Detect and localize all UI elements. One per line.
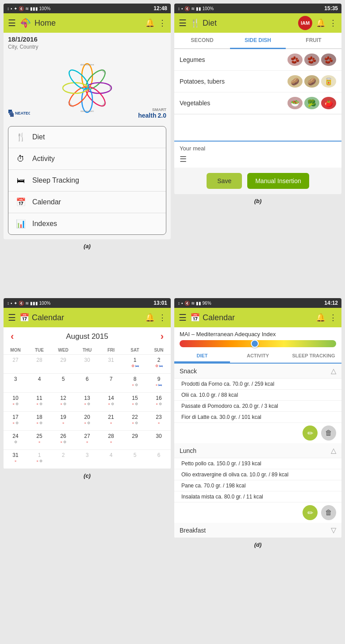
- battery-pct-c: 100%: [39, 301, 51, 306]
- cal-day[interactable]: 4: [27, 374, 51, 392]
- snack-edit-button[interactable]: ✏: [303, 426, 318, 441]
- hamburger-icon-b[interactable]: ☰: [179, 18, 187, 28]
- cal-day[interactable]: 12×⚙: [51, 393, 75, 411]
- potatoes-name: Potatoes, tubers: [180, 78, 284, 85]
- cal-day[interactable]: 19×: [51, 412, 75, 430]
- legumes-img-1: 🫘: [288, 54, 303, 66]
- cal-day[interactable]: 11×⚙: [27, 393, 51, 411]
- snack-item-1: Prodotti da Forno ca. 70.0 gr. / 259 kca…: [174, 379, 341, 390]
- menu-item-calendar[interactable]: 📅 Calendar: [8, 192, 166, 213]
- menu-item-diet[interactable]: 🍴 Diet: [8, 126, 166, 148]
- cal-day[interactable]: 18×⚙: [27, 412, 51, 430]
- more-icon-b[interactable]: ⋮: [329, 18, 337, 28]
- more-icon-c[interactable]: ⋮: [158, 313, 166, 322]
- hamburger-icon-c[interactable]: ☰: [8, 312, 16, 323]
- cal-day[interactable]: 28: [27, 355, 51, 373]
- cal-day[interactable]: 26×⚙: [51, 431, 75, 449]
- cal-day[interactable]: 3: [4, 374, 27, 392]
- bluetooth-icon-c: ✦: [14, 301, 17, 306]
- menu-item-activity[interactable]: ⏱ Activity: [8, 148, 166, 170]
- cal-day[interactable]: 17×⚙: [4, 412, 27, 430]
- vegetables-name: Vegetables: [180, 100, 284, 107]
- cal-day[interactable]: 20×⚙: [75, 412, 99, 430]
- cal-day[interactable]: 31: [99, 355, 123, 373]
- bell-icon-a[interactable]: 🔔: [145, 18, 155, 28]
- snack-item-2: Olii ca. 10.0 gr. / 88 kcal: [174, 390, 341, 401]
- cal-day[interactable]: 31×: [4, 450, 27, 468]
- cal-day[interactable]: 24⚙: [4, 431, 27, 449]
- mai-slider[interactable]: [180, 340, 336, 347]
- cal-day[interactable]: 3: [75, 450, 99, 468]
- cal-day[interactable]: 6: [75, 374, 99, 392]
- cal-day[interactable]: 30: [75, 355, 99, 373]
- lunch-edit-button[interactable]: ✏: [303, 505, 318, 520]
- lunch-category[interactable]: Lunch △: [174, 443, 341, 458]
- cal-day[interactable]: 27: [4, 355, 27, 373]
- cal-day[interactable]: 21×: [99, 412, 123, 430]
- diet-label: Diet: [32, 133, 45, 141]
- cal-day[interactable]: 30: [147, 431, 171, 449]
- tab-fruit[interactable]: FRUIT: [286, 33, 341, 49]
- lunch-delete-button[interactable]: 🗑: [321, 505, 336, 520]
- cal-day[interactable]: 7: [99, 374, 123, 392]
- bluetooth-icon: ✦: [14, 6, 17, 11]
- cal-day[interactable]: 22×⚙: [123, 412, 147, 430]
- breakfast-category[interactable]: Breakfast ▽: [174, 523, 341, 538]
- cal-day[interactable]: 8×⚙: [123, 374, 147, 392]
- bell-icon-c[interactable]: 🔔: [145, 313, 155, 322]
- svg-point-7: [66, 67, 92, 92]
- cal-day[interactable]: 5: [123, 450, 147, 468]
- cal-day[interactable]: 15×⚙: [123, 393, 147, 411]
- meal-list-icon: ☰: [180, 154, 336, 164]
- cal-day[interactable]: 16×⚙: [147, 393, 171, 411]
- next-month-button[interactable]: ›: [161, 331, 164, 342]
- cal-day[interactable]: 4: [99, 450, 123, 468]
- food-row-potatoes: Potatoes, tubers 🥔 🥔 🥫: [174, 71, 341, 92]
- signal-icon-b: ▮▮: [196, 6, 201, 11]
- panel-d-label: (d): [174, 540, 341, 550]
- cal-day[interactable]: 2: [51, 450, 75, 468]
- col-fri: FRI: [99, 348, 123, 353]
- brand-logos: NEATEC SMART health 2.0: [8, 107, 166, 119]
- cal-day[interactable]: 14×⚙: [99, 393, 123, 411]
- hamburger-icon-d[interactable]: ☰: [179, 312, 187, 323]
- more-icon-d[interactable]: ⋮: [329, 313, 337, 322]
- tab-side-dish[interactable]: SIDE DISH: [230, 33, 286, 49]
- snack-category[interactable]: Snack △: [174, 364, 341, 379]
- tab-second[interactable]: SECOND: [174, 33, 230, 49]
- cal-day[interactable]: 1⚙🛏: [123, 355, 147, 373]
- cal-day[interactable]: 2⚙🛏: [147, 355, 171, 373]
- cal-day[interactable]: 29: [123, 431, 147, 449]
- more-icon-a[interactable]: ⋮: [158, 18, 166, 28]
- menu-item-indexes[interactable]: 📊 Indexes: [8, 213, 166, 234]
- panel-a: ↕ ▪ ✦ 🔇 ≋ ▮▮▮ 100% 12:48 ☰ Home: [4, 4, 171, 239]
- tab-diet[interactable]: DIET: [174, 350, 230, 363]
- app-bar-a: ☰ Home 🔔 ⋮: [4, 13, 171, 33]
- cal-day[interactable]: 5: [51, 374, 75, 392]
- snack-name: Snack: [180, 368, 197, 375]
- cal-day[interactable]: 13×⚙: [75, 393, 99, 411]
- cal-day[interactable]: 9×🛏: [147, 374, 171, 392]
- menu-item-sleep[interactable]: 🛏 Sleep Tracking: [8, 170, 166, 192]
- cal-day[interactable]: 1×⚙: [27, 450, 51, 468]
- cal-week-2: 3 4 5 6 7 8×⚙ 9×🛏: [4, 374, 171, 393]
- cal-day[interactable]: 29: [51, 355, 75, 373]
- cal-day[interactable]: 27×: [75, 431, 99, 449]
- lunch-actions: ✏ 🗑: [174, 502, 341, 523]
- cal-day[interactable]: 23×: [147, 412, 171, 430]
- bell-icon-d[interactable]: 🔔: [316, 313, 326, 322]
- wifi-icon-b: ≋: [191, 6, 195, 11]
- prev-month-button[interactable]: ‹: [11, 331, 14, 342]
- cal-day[interactable]: 6: [147, 450, 171, 468]
- bell-icon-b[interactable]: 🔔: [316, 18, 326, 28]
- cal-header: MON TUE WED THU FRI SAT SUN: [4, 346, 171, 355]
- manual-insertion-button[interactable]: Manual Insertion: [247, 173, 309, 189]
- hamburger-icon-a[interactable]: ☰: [8, 18, 16, 28]
- cal-day[interactable]: 10×⚙: [4, 393, 27, 411]
- snack-delete-button[interactable]: 🗑: [321, 426, 336, 441]
- tab-sleep-tracking[interactable]: SLEEP TRACKING: [286, 350, 341, 363]
- cal-day[interactable]: 25×: [27, 431, 51, 449]
- cal-day[interactable]: 28×: [99, 431, 123, 449]
- tab-activity[interactable]: ACTIVITY: [230, 350, 286, 363]
- save-button[interactable]: Save: [207, 173, 242, 189]
